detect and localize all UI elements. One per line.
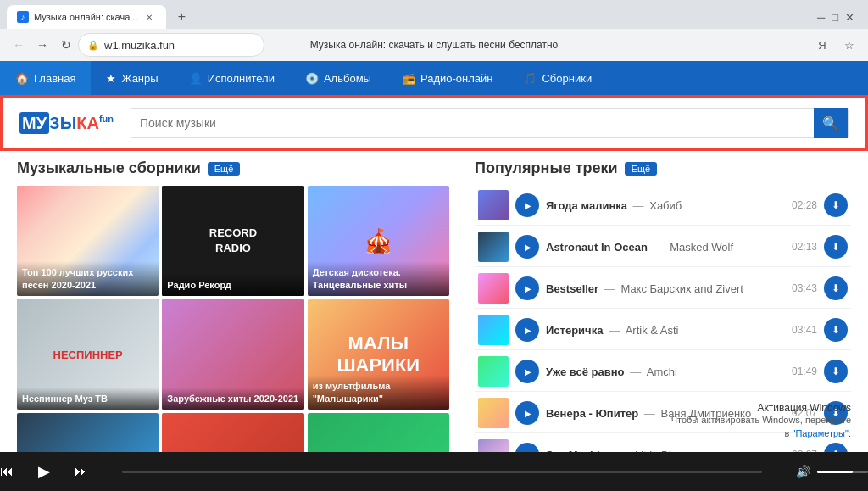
windows-activation: Активация Windows Чтобы активировать Win… [665,402,851,440]
collection-item-1[interactable]: Топ 100 лучших русских песен 2020-2021 [17,186,159,296]
track-play-button-4[interactable]: ▶ [515,318,539,342]
play-icon-2: ▶ [525,243,531,252]
search-icon: 🔍 [822,115,839,131]
nav-home[interactable]: 🏠 Главная [0,61,91,95]
collections-title: Музыкальные сборники [17,159,201,177]
collection-overlay-5: Зарубежные хиты 2020-2021 [162,388,303,410]
collections-header: Музыкальные сборники Ещё [17,159,449,177]
collection-item-4[interactable]: НЕСПИННЕР Неспиннер Муз ТВ [17,299,159,410]
close-window-button[interactable]: ✕ [845,11,854,24]
back-button[interactable]: ← [7,33,31,57]
new-tab-button[interactable]: + [170,5,193,29]
track-name-5: Уже всё равно — Amchi [546,365,677,378]
person-icon: 👤 [189,72,203,85]
track-info-4: Истеричка — Artik & Asti [546,322,781,338]
nav-artists-label: Исполнители [208,72,275,85]
collection-item-3[interactable]: 🎪 Детская дискотека. Танцевальные хиты [308,186,449,296]
bookmark-button[interactable]: ☆ [837,33,861,57]
track-duration-2: 02:13 [787,241,817,253]
volume-fill [817,471,853,473]
track-info-5: Уже всё равно — Amchi [546,364,781,379]
yandex-icon[interactable]: Я [810,33,834,57]
address-bar[interactable]: 🔒 w1.muzika.fun [78,33,264,57]
search-row: МУЗЫКАfun 🔍 [19,108,849,138]
nav-collections[interactable]: 🎵 Сборники [508,61,607,95]
player-right-controls: 🔊 [796,465,868,478]
progress-bar[interactable] [122,471,762,473]
download-icon-4: ⬇ [832,324,840,336]
collection-overlay-3: Детская дискотека. Танцевальные хиты [308,261,449,296]
collection-title-6: из мультфильма "Малышарики" [313,380,444,405]
collection-title-4: Неспиннер Муз ТВ [22,393,153,405]
popular-tracks-section: Популярные треки Ещё ▶ Ягода малинка — Х… [475,159,851,491]
star-icon: ★ [106,72,116,85]
nav-radio[interactable]: 📻 Радио-онлайн [387,61,509,95]
track-duration-3: 03:43 [787,282,817,294]
track-item: ▶ Astronaut In Ocean — Masked Wolf 02:13… [475,227,851,267]
track-play-button-1[interactable]: ▶ [515,193,539,217]
track-info-1: Ягода малинка — Хабиб [546,198,781,213]
maximize-button[interactable]: □ [832,11,838,24]
track-play-button-5[interactable]: ▶ [515,360,539,383]
track-download-button-3[interactable]: ⬇ [824,276,848,300]
site-logo[interactable]: МУЗЫКАfun [19,114,114,133]
music-icon: 🎵 [523,72,537,85]
collection-title-5: Зарубежные хиты 2020-2021 [167,393,298,405]
nav-genres-label: Жанры [121,72,158,85]
track-play-button-2[interactable]: ▶ [515,235,539,259]
logo-ka: КА [76,114,99,132]
play-icon-1: ▶ [525,201,531,210]
tracks-more-button[interactable]: Ещё [625,162,658,176]
track-duration-5: 01:49 [787,365,817,377]
collections-more-button[interactable]: Ещё [208,162,241,176]
play-pause-button[interactable]: ▶ [31,458,58,485]
track-play-button-6[interactable]: ▶ [515,401,539,425]
search-input[interactable] [131,116,814,130]
activation-link[interactable]: "Параметры". [792,428,851,438]
track-item: ▶ Истеричка — Artik & Asti 03:41 ⬇ [475,310,851,350]
nespinner-text: НЕСПИННЕР [53,349,123,361]
download-icon-3: ⬇ [832,282,840,294]
collections-section: Музыкальные сборники Ещё Топ 100 лучших … [17,159,449,491]
track-thumb-5 [478,356,509,387]
collection-title-2: Радио Рекорд [167,279,298,291]
track-play-button-3[interactable]: ▶ [515,276,539,300]
tracks-header: Популярные треки Ещё [475,159,851,177]
track-download-button-1[interactable]: ⬇ [824,193,848,217]
track-info-2: Astronaut In Ocean — Masked Wolf [546,239,781,254]
minimize-button[interactable]: ─ [817,11,825,24]
collection-item-2[interactable]: RECORDRADIO Радио Рекорд [162,186,303,296]
track-info-3: Bestseller — Макс Барских and Zivert [546,281,781,296]
logo-fun: fun [99,114,114,124]
nav-collections-label: Сборники [542,72,592,85]
track-download-button-4[interactable]: ⬇ [824,318,848,342]
lock-icon: 🔒 [87,40,99,51]
refresh-button[interactable]: ↻ [54,33,78,57]
tab-close-button[interactable]: ✕ [142,10,156,24]
volume-bar[interactable] [817,471,868,473]
active-tab[interactable]: ♪ Музыка онлайн: скача... ✕ [7,5,166,29]
collections-grid: Топ 100 лучших русских песен 2020-2021 R… [17,186,449,410]
next-track-button[interactable]: ⏭ [75,464,88,479]
play-icon-5: ▶ [525,367,531,377]
nav-albums-label: Альбомы [324,72,371,85]
kids-disco-icon: 🎪 [364,227,393,255]
nav-albums[interactable]: 💿 Альбомы [290,61,387,95]
track-download-button-5[interactable]: ⬇ [824,360,848,383]
address-bar-row: ← → ↻ Музыка онлайн: скачать и слушать п… [0,29,868,61]
track-item: ▶ Bestseller — Макс Барских and Zivert 0… [475,269,851,309]
forward-button[interactable]: → [31,33,54,57]
collection-item-6[interactable]: МАЛЫШАРИКИ из мультфильма "Малышарики" [308,299,449,410]
nav-artists[interactable]: 👤 Исполнители [174,61,290,95]
volume-icon[interactable]: 🔊 [796,465,810,478]
collection-item-5[interactable]: Зарубежные хиты 2020-2021 [162,299,303,410]
nav-genres[interactable]: ★ Жанры [91,61,173,95]
download-icon-5: ⬇ [832,365,840,377]
track-download-button-2[interactable]: ⬇ [824,235,848,259]
disc-icon: 💿 [305,72,319,85]
browser-chrome: ♪ Музыка онлайн: скача... ✕ + ─ □ ✕ ← → … [0,0,868,61]
prev-track-button[interactable]: ⏮ [0,464,14,479]
search-button[interactable]: 🔍 [814,108,848,138]
collection-overlay-4: Неспиннер Муз ТВ [17,388,159,410]
track-thumb-4 [478,315,509,345]
